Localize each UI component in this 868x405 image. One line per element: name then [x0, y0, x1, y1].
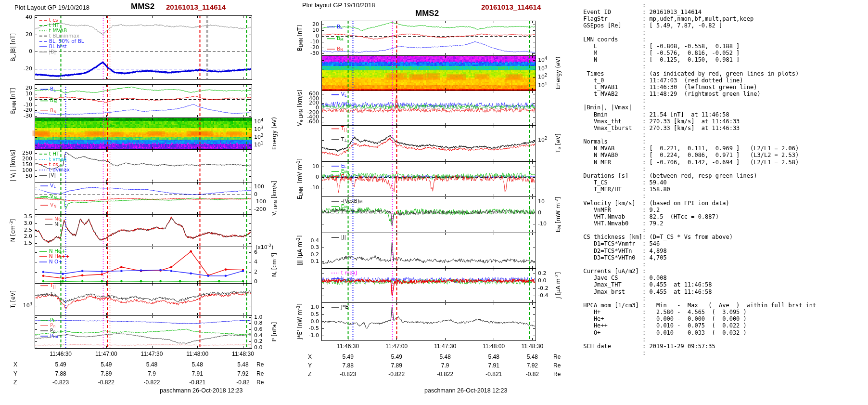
time-tick-label: 11:47:00	[95, 351, 117, 357]
coord-row-label: X	[13, 361, 17, 368]
coord-value: -0.821	[485, 371, 502, 378]
coord-value: 7.89	[101, 370, 112, 377]
mms-quicklook-app: Plot Layout GP 19/10/2018 MMS2 20161013_…	[0, 0, 868, 405]
time-tick-label: 11:48:00	[186, 351, 208, 357]
info-panel: : Event ID : 20161013_114614 FlagStr : m…	[580, 2, 816, 356]
coord-value: 5.48	[192, 361, 203, 368]
coord-value: 5.48	[146, 361, 157, 368]
coord-unit: Re	[553, 362, 561, 369]
coord-value: 5.48	[440, 353, 451, 360]
coord-value: -0.822	[437, 371, 453, 378]
left-caption: paschmann 26-Oct-2018 12:23	[160, 387, 243, 394]
left-plot-layout-title: Plot Layout GP 19/10/2018	[14, 4, 89, 11]
coord-value: 5.49	[101, 361, 112, 368]
coord-row-label: Y	[308, 362, 312, 369]
coord-value: -0.822	[144, 379, 160, 386]
coord-value: 7.88	[342, 362, 353, 369]
coord-unit: Re	[553, 371, 561, 378]
middle-caption: paschmann 26-Oct-2018 12:23	[424, 387, 507, 394]
middle-event-id: 20161013_114614	[481, 3, 541, 11]
time-tick-label: 11:47:30	[434, 343, 456, 350]
coord-value: -0.823	[340, 371, 356, 378]
coord-value: 5.49	[55, 361, 66, 368]
coord-value: -0.822	[98, 379, 115, 386]
coord-value: -0.82	[526, 371, 539, 378]
coord-value: -0.822	[388, 371, 405, 378]
coord-value: 7.91	[488, 362, 499, 369]
coord-value: 5.49	[342, 353, 353, 360]
coord-value: 7.89	[391, 362, 402, 369]
coord-value: -0.823	[52, 379, 69, 386]
coord-value: 7.92	[527, 362, 538, 369]
time-tick-label: 11:48:00	[483, 343, 505, 350]
coord-unit: Re	[256, 379, 264, 386]
coord-unit: Re	[256, 361, 264, 368]
coord-value: 5.49	[391, 353, 402, 360]
coord-value: 7.92	[237, 370, 248, 377]
coord-row-label: Z	[13, 379, 17, 386]
middle-spacecraft-title: MMS2	[415, 9, 439, 18]
coord-value: 7.88	[55, 370, 66, 377]
coord-value: -0.82	[236, 379, 249, 386]
coord-value: 7.9	[148, 370, 156, 377]
time-tick-label: 11:46:30	[50, 351, 72, 357]
coord-value: 7.91	[192, 370, 203, 377]
coord-row-label: Z	[308, 371, 311, 378]
coord-unit: Re	[256, 370, 264, 377]
coord-unit: Re	[553, 353, 561, 360]
coord-value: 5.48	[488, 353, 499, 360]
coord-value: -0.821	[189, 379, 205, 386]
time-tick-label: 11:48:30	[232, 351, 254, 357]
coord-row-label: X	[308, 353, 312, 360]
left-event-id: 20161013_114614	[166, 3, 226, 11]
coord-value: 5.48	[237, 361, 248, 368]
coord-value: 7.9	[441, 362, 449, 369]
time-tick-label: 11:47:00	[385, 343, 408, 350]
time-tick-label: 11:48:30	[521, 343, 543, 350]
time-tick-label: 11:46:30	[337, 343, 359, 350]
coord-row-label: Y	[13, 370, 17, 377]
time-tick-label: 11:47:30	[141, 351, 163, 357]
left-spacecraft-title: MMS2	[131, 2, 154, 12]
coord-value: 5.48	[527, 353, 538, 360]
middle-plot-layout-title: Plot layout GP 19/10/2018	[302, 1, 375, 9]
